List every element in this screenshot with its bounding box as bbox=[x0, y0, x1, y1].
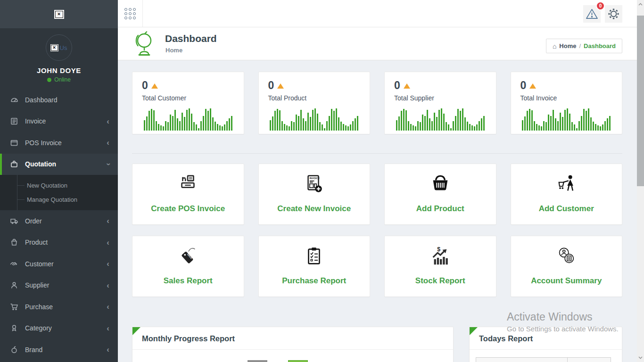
sidebar-item-label: Category bbox=[25, 324, 52, 332]
shortcut-label: Create POS Invoice bbox=[151, 204, 225, 214]
chevron-down-icon: ‹ bbox=[104, 163, 112, 165]
sidebar-item-label: Purchase bbox=[25, 303, 53, 311]
gear-icon bbox=[607, 8, 620, 20]
up-triangle-icon bbox=[529, 83, 536, 89]
sidebar-item-new-quotation[interactable]: New Quotation bbox=[0, 178, 118, 192]
sparkline-chart bbox=[142, 108, 234, 131]
legend-swatch-gray bbox=[248, 360, 267, 362]
alerts-button[interactable]: 0 bbox=[583, 5, 601, 23]
sidebar-item-label: Quotation bbox=[25, 160, 56, 168]
sidebar-item-label: Customer bbox=[25, 260, 54, 268]
basket-icon bbox=[429, 172, 451, 197]
stat-card-total-supplier: 0 Total Supplier bbox=[384, 72, 496, 134]
breadcrumb-current: Dashboard bbox=[584, 42, 616, 49]
shortcut-label: Stock Report bbox=[415, 276, 465, 286]
scroll-down-arrow-icon[interactable] bbox=[638, 356, 643, 359]
up-triangle-icon bbox=[277, 83, 284, 89]
sidebar-item-quotation[interactable]: Quotation ‹ bbox=[0, 154, 118, 175]
sidebar-item-order[interactable]: Order ‹ bbox=[0, 210, 118, 232]
sales-report-card[interactable]: SALE Sales Report bbox=[132, 236, 244, 297]
chevron-left-icon: ‹ bbox=[107, 117, 109, 125]
chevron-left-icon: ‹ bbox=[107, 303, 109, 311]
watermark-line1: Activate Windows bbox=[507, 311, 619, 323]
scroll-up-arrow-icon[interactable] bbox=[638, 3, 643, 6]
create-pos-invoice-card[interactable]: Create POS Invoice bbox=[132, 164, 244, 225]
page-subtitle: Home bbox=[165, 47, 182, 54]
add-customer-card[interactable]: Add Customer bbox=[511, 164, 623, 225]
sidebar-item-pos-invoice[interactable]: POS Invoice ‹ bbox=[0, 132, 118, 154]
create-new-invoice-card[interactable]: INVOICE Create New Invoice bbox=[258, 164, 371, 225]
breadcrumb-separator: / bbox=[579, 42, 581, 49]
breadcrumb-home-link[interactable]: Home bbox=[559, 42, 576, 49]
svg-text:INVOICE: INVOICE bbox=[310, 177, 320, 180]
panel-title: Monthly Progress Report bbox=[132, 327, 453, 350]
panel-title: Todays Report bbox=[470, 327, 622, 350]
settings-button[interactable] bbox=[605, 5, 622, 23]
sidebar-item-label: Dashboard bbox=[25, 96, 58, 104]
stat-label: Total Supplier bbox=[394, 94, 487, 102]
sidebar-item-customer[interactable]: Customer ‹ bbox=[0, 253, 118, 275]
stat-value: 0 bbox=[142, 80, 148, 91]
chevron-left-icon: ‹ bbox=[107, 346, 109, 354]
sidebar-item-brand[interactable]: Brand ‹ bbox=[0, 339, 118, 361]
purchase-report-card[interactable]: Purchase Report bbox=[258, 236, 371, 297]
up-triangle-icon bbox=[151, 83, 158, 89]
sparkline-chart bbox=[394, 108, 487, 131]
apple-icon bbox=[9, 346, 19, 354]
vertical-scrollbar[interactable] bbox=[637, 0, 644, 362]
quotation-submenu: New Quotation Manage Quotation bbox=[0, 175, 118, 210]
sidebar-item-category[interactable]: Category ‹ bbox=[0, 318, 118, 339]
todays-report-table bbox=[476, 357, 616, 362]
sidebar-item-label: Invoice bbox=[25, 117, 46, 125]
status-label: Online bbox=[54, 76, 71, 83]
sidebar-item-product[interactable]: Product ‹ bbox=[0, 232, 118, 254]
invoice-plus-icon: INVOICE bbox=[303, 172, 325, 197]
sidebar-subitem-label: New Quotation bbox=[27, 182, 67, 189]
broken-image-icon: ✕ bbox=[51, 45, 58, 51]
shortcut-label: Purchase Report bbox=[282, 276, 346, 286]
briefcase-icon bbox=[9, 160, 19, 168]
stat-label: Total Invoice bbox=[520, 94, 613, 102]
stat-label: Total Customer bbox=[142, 94, 234, 102]
gauge-icon bbox=[9, 96, 19, 104]
sidebar-item-manage-quotation[interactable]: Manage Quotation bbox=[0, 192, 118, 206]
breadcrumb: ⌂ Home / Dashboard bbox=[546, 39, 622, 53]
account-summary-card[interactable]: Account Summary bbox=[511, 236, 623, 297]
user-status: Online bbox=[0, 76, 118, 83]
sidebar-item-dashboard[interactable]: Dashboard bbox=[0, 89, 118, 111]
topbar: 0 bbox=[118, 0, 637, 27]
stat-value: 0 bbox=[394, 80, 400, 91]
corner-fold-icon bbox=[132, 327, 140, 335]
avatar-alt-text: Us bbox=[60, 44, 67, 51]
shortcut-label: Create New Invoice bbox=[277, 204, 351, 214]
section-divider bbox=[132, 153, 622, 154]
cash-register-icon bbox=[177, 172, 199, 197]
user-profile: ✕ Us JOHN DOYE Online bbox=[0, 28, 118, 89]
add-product-card[interactable]: Add Product bbox=[384, 164, 496, 225]
sidebar-item-purchase[interactable]: Purchase ‹ bbox=[0, 296, 118, 318]
sidebar-logo-area[interactable]: ✕ bbox=[0, 0, 118, 28]
alerts-badge: 0 bbox=[596, 1, 605, 10]
stat-card-total-customer: 0 Total Customer bbox=[132, 72, 244, 134]
sparkline-chart bbox=[268, 108, 361, 131]
legend-swatch-green bbox=[288, 360, 308, 362]
person-icon bbox=[9, 281, 19, 289]
shopping-bag-icon bbox=[9, 238, 19, 247]
sidebar-item-supplier[interactable]: Supplier ‹ bbox=[0, 275, 118, 296]
table-header-cell bbox=[476, 357, 568, 362]
avatar: ✕ Us bbox=[46, 34, 72, 61]
stat-card-total-product: 0 Total Product bbox=[258, 72, 371, 134]
chart-legend bbox=[132, 360, 453, 362]
home-icon: ⌂ bbox=[553, 42, 556, 50]
pos-invoice-icon bbox=[9, 139, 19, 147]
sidebar-subitem-label: Manage Quotation bbox=[27, 196, 77, 203]
stock-report-card[interactable]: $ Stock Report bbox=[384, 236, 496, 297]
menu-toggle-button[interactable] bbox=[118, 0, 143, 27]
sidebar-item-label: Product bbox=[25, 239, 48, 246]
sidebar-item-invoice[interactable]: Invoice ‹ bbox=[0, 111, 118, 132]
user-name: JOHN DOYE bbox=[0, 66, 118, 74]
stat-value: 0 bbox=[520, 80, 527, 91]
up-triangle-icon bbox=[404, 83, 410, 89]
scrollbar-thumb[interactable] bbox=[637, 16, 644, 186]
grid-dots-icon bbox=[124, 8, 136, 19]
